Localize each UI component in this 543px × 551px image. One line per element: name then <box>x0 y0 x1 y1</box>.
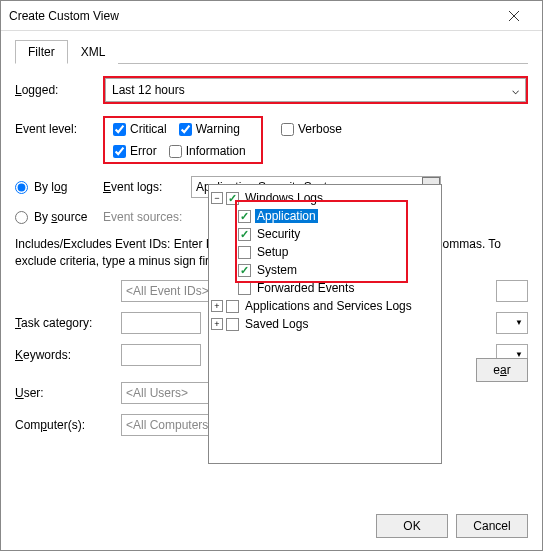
eventlogs-tree[interactable]: − Windows Logs Application Security Setu… <box>208 184 442 464</box>
information-checkbox[interactable]: Information <box>169 144 246 158</box>
window-title: Create Custom View <box>9 9 494 23</box>
tree-checkbox[interactable] <box>238 264 251 277</box>
logged-row: Logged: Last 12 hours ⌵ <box>15 76 528 104</box>
tree-label: Forwarded Events <box>255 281 356 295</box>
eventlevel-label: Event level: <box>15 116 103 136</box>
eventlevel-row: Event level: Critical Warning Error Info… <box>15 116 528 164</box>
task-dropdown[interactable]: ▼ <box>496 312 528 334</box>
close-icon <box>509 11 519 21</box>
dialog-window: Create Custom View Filter XML Logged: La… <box>0 0 543 551</box>
chevron-down-icon: ⌵ <box>512 83 519 97</box>
tree-label: Applications and Services Logs <box>243 299 414 313</box>
tree-node-system[interactable]: System <box>211 261 439 279</box>
close-button[interactable] <box>494 2 534 30</box>
tree-checkbox[interactable] <box>238 228 251 241</box>
tree-label: Security <box>255 227 302 241</box>
tree-node-saved-logs[interactable]: + Saved Logs <box>211 315 439 333</box>
computers-label: Computer(s): <box>15 418 121 432</box>
verbose-checkbox[interactable]: Verbose <box>281 116 342 136</box>
tab-xml[interactable]: XML <box>68 40 119 64</box>
warning-checkbox[interactable]: Warning <box>179 122 240 136</box>
level-highlight: Critical Warning Error Information <box>103 116 263 164</box>
eventids-extra-input[interactable] <box>496 280 528 302</box>
tree-checkbox[interactable] <box>226 318 239 331</box>
tab-bar: Filter XML <box>15 39 528 64</box>
bysource-radio[interactable]: By source <box>15 210 103 224</box>
eventsources-label: Event sources: <box>103 210 191 224</box>
user-label: User: <box>15 386 121 400</box>
task-input[interactable] <box>121 312 201 334</box>
keywords-input[interactable] <box>121 344 201 366</box>
dialog-buttons: OK Cancel <box>376 514 528 538</box>
critical-checkbox[interactable]: Critical <box>113 122 167 136</box>
expand-icon[interactable]: + <box>211 318 223 330</box>
tree-node-setup[interactable]: Setup <box>211 243 439 261</box>
eventlogs-label: Event logs: <box>103 180 191 194</box>
tree-label: Saved Logs <box>243 317 310 331</box>
tree-checkbox[interactable] <box>226 192 239 205</box>
keywords-label: Keywords: <box>15 348 121 362</box>
tree-checkbox[interactable] <box>238 282 251 295</box>
collapse-icon[interactable]: − <box>211 192 223 204</box>
level-row-2: Error Information <box>113 144 253 158</box>
logged-label: Logged: <box>15 83 103 97</box>
logged-value: Last 12 hours <box>112 83 185 97</box>
tree-label: Application <box>255 209 318 223</box>
tree-checkbox[interactable] <box>238 210 251 223</box>
tree-node-apps-services[interactable]: + Applications and Services Logs <box>211 297 439 315</box>
expand-icon[interactable]: + <box>211 300 223 312</box>
tree-node-forwarded[interactable]: Forwarded Events <box>211 279 439 297</box>
tree-node-security[interactable]: Security <box>211 225 439 243</box>
tree-checkbox[interactable] <box>238 246 251 259</box>
bylog-radio[interactable]: By log <box>15 180 103 194</box>
level-row-1: Critical Warning <box>113 122 253 136</box>
cancel-button[interactable]: Cancel <box>456 514 528 538</box>
ok-button[interactable]: OK <box>376 514 448 538</box>
task-label: Task category: <box>15 316 121 330</box>
titlebar: Create Custom View <box>1 1 542 31</box>
clear-wrap: ear <box>476 358 528 382</box>
tree-label: Windows Logs <box>243 191 325 205</box>
tree-label: Setup <box>255 245 290 259</box>
logged-dropdown[interactable]: Last 12 hours ⌵ <box>105 78 526 102</box>
tab-filter[interactable]: Filter <box>15 40 68 64</box>
tree-node-windows-logs[interactable]: − Windows Logs <box>211 189 439 207</box>
tree-node-application[interactable]: Application <box>211 207 439 225</box>
triangle-down-icon: ▼ <box>515 318 523 327</box>
error-checkbox[interactable]: Error <box>113 144 157 158</box>
clear-button[interactable]: ear <box>476 358 528 382</box>
tree-checkbox[interactable] <box>226 300 239 313</box>
tree-label: System <box>255 263 299 277</box>
logged-highlight: Last 12 hours ⌵ <box>103 76 528 104</box>
